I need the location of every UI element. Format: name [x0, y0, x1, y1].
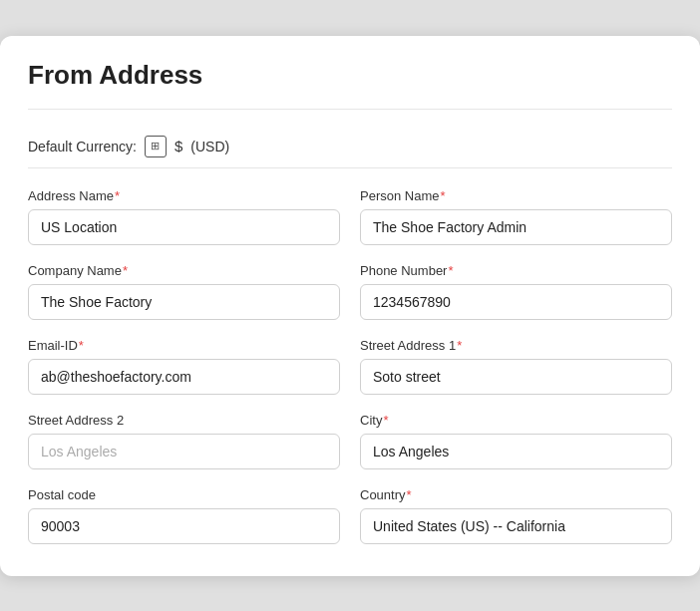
company-name-required: * [123, 263, 128, 278]
street-address1-required: * [457, 338, 462, 353]
city-input[interactable] [360, 434, 672, 469]
email-id-label: Email-ID* [28, 338, 340, 353]
postal-code-input[interactable] [28, 508, 340, 544]
street-address2-group: Street Address 2 [28, 413, 340, 469]
street-address1-label: Street Address 1* [360, 338, 672, 353]
country-input[interactable] [360, 508, 672, 544]
postal-code-label: Postal code [28, 487, 340, 502]
address-name-input[interactable] [28, 209, 340, 245]
person-name-input[interactable] [360, 209, 672, 245]
currency-symbol: $ [175, 138, 182, 154]
currency-icon: ⊞ [145, 136, 167, 157]
street-address1-group: Street Address 1* [360, 338, 672, 395]
form-grid: Address Name* Person Name* Company Name*… [28, 188, 672, 544]
city-required: * [383, 413, 388, 428]
person-name-required: * [440, 188, 445, 203]
postal-code-group: Postal code [28, 487, 340, 544]
email-id-input[interactable] [28, 359, 340, 395]
street-address2-input[interactable] [28, 434, 340, 469]
country-required: * [407, 487, 412, 502]
company-name-group: Company Name* [28, 263, 340, 320]
company-name-input[interactable] [28, 284, 340, 320]
phone-number-input[interactable] [360, 284, 672, 320]
address-name-label: Address Name* [28, 188, 340, 203]
country-group: Country* [360, 487, 672, 544]
person-name-group: Person Name* [360, 188, 672, 245]
phone-number-label: Phone Number* [360, 263, 672, 278]
currency-label: Default Currency: [28, 139, 137, 154]
city-label: City* [360, 413, 672, 428]
address-name-group: Address Name* [28, 188, 340, 245]
email-id-required: * [79, 338, 84, 353]
currency-row: Default Currency: ⊞ $ (USD) [28, 126, 672, 168]
country-label: Country* [360, 487, 672, 502]
address-name-required: * [115, 188, 120, 203]
currency-code: (USD) [190, 139, 229, 154]
company-name-label: Company Name* [28, 263, 340, 278]
phone-number-group: Phone Number* [360, 263, 672, 320]
street-address1-input[interactable] [360, 359, 672, 395]
from-address-card: From Address Default Currency: ⊞ $ (USD)… [0, 36, 700, 576]
card-title: From Address [28, 60, 672, 110]
email-id-group: Email-ID* [28, 338, 340, 395]
city-group: City* [360, 413, 672, 469]
phone-number-required: * [448, 263, 453, 278]
street-address2-label: Street Address 2 [28, 413, 340, 428]
person-name-label: Person Name* [360, 188, 672, 203]
